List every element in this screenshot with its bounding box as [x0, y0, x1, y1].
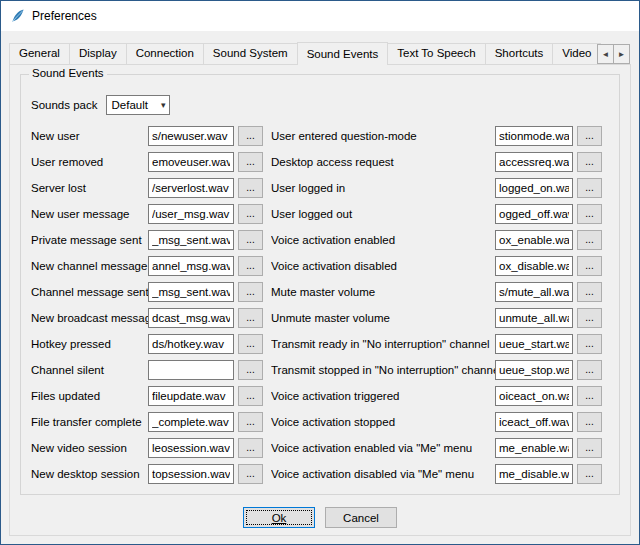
tab-scroll-right-button[interactable]: ►: [613, 44, 630, 64]
sound-event-label: User logged out: [271, 208, 495, 220]
sound-event-row: Voice activation enabled ...: [271, 227, 602, 253]
browse-button[interactable]: ...: [577, 204, 602, 224]
sound-file-input[interactable]: [148, 282, 234, 302]
browse-button[interactable]: ...: [577, 152, 602, 172]
tab-shortcuts[interactable]: Shortcuts: [485, 43, 554, 64]
sound-file-input[interactable]: [495, 386, 573, 406]
sound-file-input[interactable]: [148, 308, 234, 328]
sound-events-group: Sound Events Sounds pack Default ▾ New u…: [20, 74, 620, 495]
browse-button[interactable]: ...: [238, 230, 263, 250]
sound-event-row: Hotkey pressed ...: [31, 331, 263, 357]
browse-button[interactable]: ...: [577, 438, 602, 458]
sound-file-input[interactable]: [495, 464, 573, 484]
sound-file-input[interactable]: [495, 230, 573, 250]
sounds-pack-value: Default: [112, 99, 148, 111]
scroll-left-icon: ◄: [602, 50, 610, 59]
browse-button[interactable]: ...: [238, 204, 263, 224]
sound-event-label: Transmit stopped in "No interruption" ch…: [271, 364, 495, 376]
sound-file-input[interactable]: [495, 282, 573, 302]
sound-file-input[interactable]: [148, 334, 234, 354]
sound-file-input[interactable]: [148, 230, 234, 250]
tab-text-to-speech[interactable]: Text To Speech: [387, 43, 485, 64]
browse-button[interactable]: ...: [577, 126, 602, 146]
sound-file-input[interactable]: [495, 438, 573, 458]
tab-general[interactable]: General: [9, 43, 70, 64]
browse-button[interactable]: ...: [238, 152, 263, 172]
sound-file-input[interactable]: [495, 308, 573, 328]
cancel-button[interactable]: Cancel: [325, 507, 397, 528]
browse-button[interactable]: ...: [577, 464, 602, 484]
sound-event-row: Mute master volume ...: [271, 279, 602, 305]
browse-button[interactable]: ...: [238, 178, 263, 198]
sound-file-input[interactable]: [495, 256, 573, 276]
sound-event-label: Hotkey pressed: [31, 338, 148, 350]
sound-file-input[interactable]: [495, 152, 573, 172]
tab-pane: Sound Events Sounds pack Default ▾ New u…: [9, 64, 631, 536]
sound-event-label: Transmit ready in "No interruption" chan…: [271, 338, 495, 350]
sound-file-input[interactable]: [148, 256, 234, 276]
sound-event-row: New channel message ...: [31, 253, 263, 279]
sound-file-input[interactable]: [148, 386, 234, 406]
browse-button[interactable]: ...: [577, 178, 602, 198]
sound-file-input[interactable]: [148, 438, 234, 458]
sound-file-input[interactable]: [148, 178, 234, 198]
sounds-pack-row: Sounds pack Default ▾: [31, 95, 611, 115]
tab-scroll-buttons: ◄ ►: [597, 44, 630, 64]
sound-event-row: Files updated ...: [31, 383, 263, 409]
sound-event-label: Files updated: [31, 390, 148, 402]
sound-file-input[interactable]: [495, 178, 573, 198]
browse-button[interactable]: ...: [577, 334, 602, 354]
sound-event-label: Voice activation enabled via "Me" menu: [271, 442, 495, 454]
tab-connection[interactable]: Connection: [126, 43, 204, 64]
sound-event-label: New broadcast message: [31, 312, 148, 324]
sound-event-label: Private message sent: [31, 234, 148, 246]
sound-file-input[interactable]: [148, 360, 234, 380]
browse-button[interactable]: ...: [238, 464, 263, 484]
sound-file-input[interactable]: [148, 126, 234, 146]
sound-file-input[interactable]: [495, 204, 573, 224]
browse-button[interactable]: ...: [577, 412, 602, 432]
browse-button[interactable]: ...: [238, 256, 263, 276]
sound-file-input[interactable]: [495, 412, 573, 432]
browse-button[interactable]: ...: [238, 282, 263, 302]
browse-button[interactable]: ...: [238, 386, 263, 406]
browse-button[interactable]: ...: [577, 308, 602, 328]
sound-file-input[interactable]: [495, 360, 573, 380]
browse-button[interactable]: ...: [238, 360, 263, 380]
browse-button[interactable]: ...: [238, 438, 263, 458]
sound-file-input[interactable]: [495, 126, 573, 146]
browse-button[interactable]: ...: [577, 256, 602, 276]
group-title: Sound Events: [29, 67, 107, 79]
app-icon: [10, 8, 26, 24]
browse-button[interactable]: ...: [238, 308, 263, 328]
tab-sound-system[interactable]: Sound System: [203, 43, 298, 64]
browse-button[interactable]: ...: [238, 126, 263, 146]
sound-file-input[interactable]: [495, 334, 573, 354]
ok-button[interactable]: Ok: [243, 507, 315, 528]
sound-event-row: Voice activation stopped ...: [271, 409, 602, 435]
browse-button[interactable]: ...: [577, 360, 602, 380]
sound-event-row: Server lost ...: [31, 175, 263, 201]
sound-file-input[interactable]: [148, 204, 234, 224]
sound-event-row: New broadcast message ...: [31, 305, 263, 331]
tab-video[interactable]: Video: [552, 43, 601, 64]
sounds-pack-select[interactable]: Default ▾: [106, 95, 170, 115]
sound-file-input[interactable]: [148, 152, 234, 172]
browse-button[interactable]: ...: [238, 334, 263, 354]
browse-button[interactable]: ...: [577, 282, 602, 302]
browse-button[interactable]: ...: [577, 386, 602, 406]
tab-scroll-left-button[interactable]: ◄: [597, 44, 614, 64]
browse-button[interactable]: ...: [238, 412, 263, 432]
tab-sound-events[interactable]: Sound Events: [297, 42, 389, 65]
sound-events-grid: New user ... User removed ...: [31, 123, 611, 487]
tab-display[interactable]: Display: [69, 43, 127, 64]
sound-file-input[interactable]: [148, 464, 234, 484]
sound-file-input[interactable]: [148, 412, 234, 432]
sound-event-row: Voice activation disabled via "Me" menu …: [271, 461, 602, 487]
sound-event-label: User entered question-mode: [271, 130, 495, 142]
sound-event-label: File transfer complete: [31, 416, 148, 428]
browse-button[interactable]: ...: [577, 230, 602, 250]
sound-event-row: Transmit stopped in "No interruption" ch…: [271, 357, 602, 383]
sound-event-label: Server lost: [31, 182, 148, 194]
sound-event-label: Voice activation disabled: [271, 260, 495, 272]
